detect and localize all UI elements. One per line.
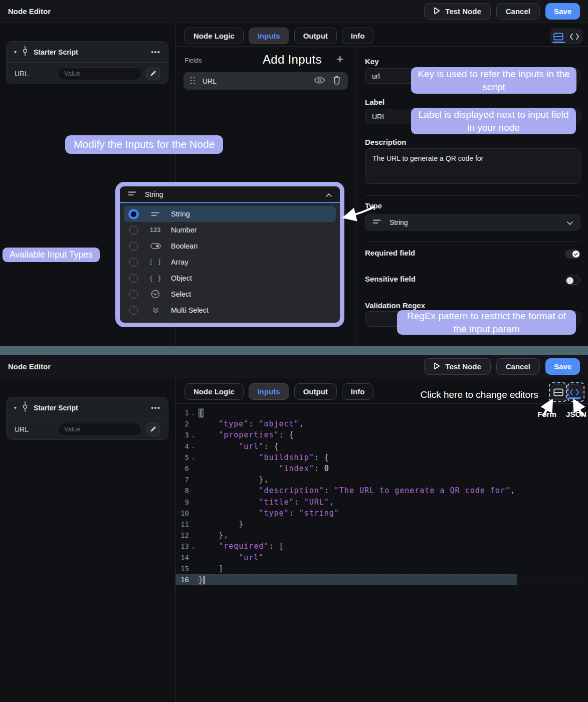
string-icon: [149, 211, 162, 217]
tab-info[interactable]: Info: [342, 383, 374, 400]
fields-label: Fields: [184, 57, 202, 64]
radio-icon: [129, 242, 138, 251]
annotation-label: Label is displayed next to input field i…: [411, 108, 576, 134]
line-number: 16: [175, 576, 189, 584]
cancel-button[interactable]: Cancel: [496, 3, 540, 20]
save-button[interactable]: Save: [545, 358, 580, 375]
select-icon: [149, 290, 162, 299]
edit-pencil-icon[interactable]: [146, 67, 160, 80]
collapse-caret-icon[interactable]: ▾: [14, 405, 17, 410]
annotation-arrows: [536, 399, 588, 417]
save-button[interactable]: Save: [545, 3, 580, 20]
starter-script-card[interactable]: ▾ Starter Script ••• URL Value: [6, 397, 168, 440]
code-line-16[interactable]: 16}: [175, 574, 588, 585]
json-view-button[interactable]: [567, 29, 582, 44]
radio-icon: [129, 226, 138, 235]
delete-trash-icon[interactable]: [333, 76, 341, 87]
line-number: 4: [175, 442, 189, 450]
string-icon: [128, 190, 137, 199]
drag-handle-icon[interactable]: [190, 77, 195, 85]
tab-inputs[interactable]: Inputs: [249, 383, 289, 400]
input-field-row-url[interactable]: URL: [183, 72, 348, 90]
code-line-3[interactable]: 3⌄ "properties": {: [175, 429, 588, 440]
code-icon: [569, 33, 579, 40]
type-select[interactable]: String: [365, 214, 580, 230]
tab-node-logic[interactable]: Node Logic: [184, 383, 244, 400]
edit-pencil-icon[interactable]: [146, 422, 160, 436]
json-editor[interactable]: 1⌄{2 "type": "object",3⌄ "properties": {…: [175, 403, 588, 702]
sensitive-toggle[interactable]: [565, 276, 580, 285]
visibility-eye-icon[interactable]: [314, 76, 325, 86]
line-number: 3: [175, 431, 189, 439]
line-number: 13: [175, 542, 189, 550]
type-option-boolean[interactable]: Boolean: [124, 238, 336, 254]
annotation-available-types: Available Input Types: [3, 248, 100, 262]
code-line-14[interactable]: 14 "url": [175, 552, 588, 563]
collapse-caret-icon[interactable]: ▾: [14, 49, 17, 55]
code-line-10[interactable]: 10 "type": "string": [175, 508, 588, 519]
line-number: 12: [175, 531, 189, 539]
node-field-input[interactable]: Value: [58, 67, 142, 80]
code-line-9[interactable]: 9 "title": "URL",: [175, 497, 588, 508]
line-number: 7: [175, 476, 189, 484]
line-number: 11: [175, 520, 189, 528]
code-line-7[interactable]: 7 },: [175, 474, 588, 485]
node-menu-ellipsis-icon[interactable]: •••: [151, 403, 160, 412]
type-dropdown-header[interactable]: String: [120, 186, 340, 203]
type-option-object[interactable]: { }Object: [124, 270, 336, 286]
type-pointer-arrow: [340, 203, 376, 222]
description-label: Description: [365, 138, 580, 146]
tabs-divider: [175, 46, 588, 47]
page-title: Node Editor: [8, 7, 51, 16]
fold-chevron-icon[interactable]: ⌄: [189, 432, 198, 438]
node-card-title: Starter Script: [34, 48, 78, 56]
boolean-icon: [149, 243, 162, 249]
type-option-select[interactable]: Select: [124, 286, 336, 302]
code-line-6[interactable]: 6 "index": 0: [175, 463, 588, 474]
starter-script-card[interactable]: ▾ Starter Script ••• URL Value: [6, 41, 168, 84]
test-node-button[interactable]: Test Node: [424, 358, 490, 375]
code-line-11[interactable]: 11 }: [175, 519, 588, 530]
chevron-down-icon: [567, 218, 573, 226]
test-node-button[interactable]: Test Node: [424, 3, 490, 20]
tab-output[interactable]: Output: [294, 28, 337, 44]
cancel-button[interactable]: Cancel: [496, 358, 540, 375]
code-line-2[interactable]: 2 "type": "object",: [175, 418, 588, 429]
tab-inputs[interactable]: Inputs: [249, 28, 289, 44]
form-icon: [553, 33, 563, 41]
sensitive-field-label: Sensitive field: [365, 275, 580, 283]
middle-column-divider: [356, 46, 356, 346]
code-line-13[interactable]: 13⌄ "required": [: [175, 541, 588, 552]
add-input-plus-icon[interactable]: +: [336, 52, 344, 66]
required-toggle[interactable]: [565, 250, 580, 259]
type-option-number[interactable]: 123Number: [124, 222, 336, 238]
type-option-array[interactable]: [ ]Array: [124, 254, 336, 270]
tab-node-logic[interactable]: Node Logic: [184, 28, 244, 44]
editor-tabs: Node Logic Inputs Output Info: [184, 383, 373, 400]
line-number: 6: [175, 464, 189, 473]
code-line-12[interactable]: 12 },: [175, 530, 588, 541]
code-line-4[interactable]: 4⌄ "url": {: [175, 441, 588, 452]
type-option-string[interactable]: String: [124, 206, 336, 222]
code-line-15[interactable]: 15 ]: [175, 563, 588, 574]
form-view-button[interactable]: [551, 29, 566, 44]
node-menu-ellipsis-icon[interactable]: •••: [151, 48, 160, 56]
fold-chevron-icon[interactable]: ⌄: [189, 410, 198, 416]
node-commit-icon: [22, 401, 28, 414]
code-line-8[interactable]: 8 "description": "The URL to generate a …: [175, 485, 588, 496]
description-input[interactable]: The URL to generate a QR code for: [365, 148, 580, 184]
tab-output[interactable]: Output: [294, 383, 337, 400]
fold-chevron-icon[interactable]: ⌄: [189, 544, 198, 549]
fold-chevron-icon[interactable]: ⌄: [189, 454, 198, 460]
type-option-multi-select[interactable]: Multi Select: [124, 302, 336, 318]
line-number: 1: [175, 409, 189, 417]
radio-icon: [129, 258, 138, 267]
section-divider-bar: [0, 346, 588, 355]
code-line-1[interactable]: 1⌄{: [175, 407, 588, 418]
line-number: 14: [175, 554, 189, 562]
tab-info[interactable]: Info: [342, 28, 374, 44]
fold-chevron-icon[interactable]: ⌄: [189, 443, 198, 449]
node-field-input[interactable]: Value: [58, 423, 142, 436]
number-icon: 123: [149, 226, 162, 233]
code-line-5[interactable]: 5⌄ "buildship": {: [175, 452, 588, 463]
